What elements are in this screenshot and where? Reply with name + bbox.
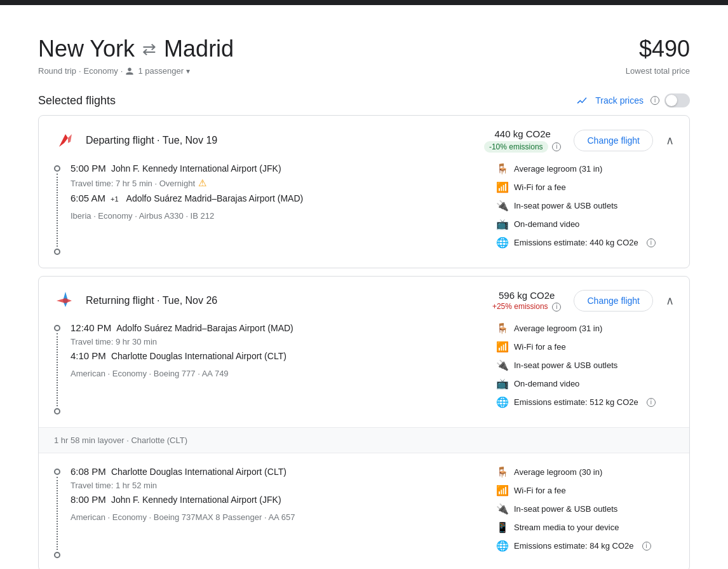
returning-flight-segment-1: Returning flight · Tue, Nov 26 596 kg CO…	[39, 277, 689, 427]
leg1-power-icon: 🔌	[496, 359, 508, 371]
leg1-amenity-emissions-info-icon[interactable]: i	[647, 398, 656, 407]
departing-title-group: Departing flight · Tue, Nov 19	[54, 129, 217, 152]
trip-type: Round trip	[38, 66, 76, 76]
leg2-amenity-stream-text: Stream media to your device	[514, 523, 619, 532]
departing-flight-card: Departing flight · Tue, Nov 19 440 kg CO…	[38, 115, 690, 268]
leg2-amenity-stream: 📱 Stream media to your device	[496, 521, 674, 533]
leg2-arrival-airport: John F. Kennedy International Airport (J…	[111, 495, 281, 505]
track-prices-toggle[interactable]	[664, 93, 690, 107]
arrival-time-row: 6:05 AM+1 Adolfo Suárez Madrid–Barajas A…	[71, 193, 496, 203]
returning-leg1-timeline	[54, 322, 71, 415]
departure-airport: John F. Kennedy International Airport (J…	[111, 163, 281, 174]
amenity-emissions-text: Emissions estimate: 440 kg CO2e	[514, 238, 638, 247]
returning-leg2-timeline	[54, 466, 71, 558]
returning-segment-header: Returning flight · Tue, Nov 26 596 kg CO…	[54, 289, 674, 312]
timeline-line	[57, 174, 58, 247]
departing-change-flight-button[interactable]: Change flight	[574, 130, 653, 151]
leg1-arrival-airport: Charlotte Douglas International Airport …	[111, 351, 286, 361]
returning-emissions-pct: +25% emissions	[492, 302, 548, 311]
amenity-emissions: 🌐 Emissions estimate: 440 kg CO2e i	[496, 237, 674, 249]
returning-change-flight-button[interactable]: Change flight	[574, 290, 653, 312]
departing-flight-info: 5:00 PM John F. Kennedy International Ai…	[71, 163, 496, 255]
amenity-video: 📺 On-demand video	[496, 218, 674, 230]
route-info: New York ⇄ Madrid Round trip · Economy ·…	[38, 36, 234, 76]
leg2-amenity-wifi: 📶 Wi-Fi for a fee	[496, 484, 674, 497]
arrival-time: 6:05 AM	[71, 193, 105, 203]
returning-emissions-kg: 596 kg CO2e	[492, 290, 562, 301]
amenity-legroom: 🪑 Average legroom (31 in)	[496, 163, 674, 175]
returning-emissions-info-icon[interactable]: i	[552, 303, 561, 312]
iberia-logo	[54, 129, 77, 152]
returning-collapse-chevron-icon[interactable]: ∧	[666, 294, 674, 308]
departing-segment-header: Departing flight · Tue, Nov 19 440 kg CO…	[54, 128, 674, 153]
amenity-wifi-text: Wi-Fi for a fee	[514, 182, 566, 192]
emissions-info-icon[interactable]: i	[552, 142, 561, 151]
leg1-amenity-video-text: On-demand video	[514, 379, 579, 388]
returning-leg2-info: 6:08 PM Charlotte Douglas International …	[71, 466, 496, 558]
leg2-power-icon: 🔌	[496, 503, 508, 515]
leg2-amenity-power-text: In-seat power & USB outlets	[514, 504, 617, 514]
returning-flight-label: Returning flight · Tue, Nov 26	[86, 295, 217, 306]
globe-icon: 🌐	[496, 237, 508, 249]
amenity-power: 🔌 In-seat power & USB outlets	[496, 200, 674, 212]
leg1-arrival-dot	[54, 408, 60, 415]
leg2-seat-icon: 🪑	[496, 466, 508, 478]
leg2-amenity-emissions: 🌐 Emissions estimate: 84 kg CO2e i	[496, 540, 674, 552]
departing-amenities: 🪑 Average legroom (31 in) 📶 Wi-Fi for a …	[496, 163, 674, 255]
destination-city: Madrid	[164, 36, 234, 62]
video-icon: 📺	[496, 218, 508, 230]
amenity-emissions-info-icon[interactable]: i	[647, 238, 656, 247]
leg1-arrival-time-row: 4:10 PM Charlotte Douglas International …	[71, 350, 496, 361]
passengers-info[interactable]: 1 passenger ▾	[125, 66, 190, 76]
passengers-count: 1 passenger	[138, 66, 184, 76]
departing-emissions-kg: 440 kg CO2e	[484, 128, 562, 139]
leg2-amenity-emissions-info-icon[interactable]: i	[642, 542, 651, 551]
leg1-flight-meta: American · Economy · Boeing 777 · AA 749	[71, 369, 496, 378]
person-icon	[125, 67, 134, 76]
leg1-amenity-video: 📺 On-demand video	[496, 378, 674, 390]
leg1-seat-icon: 🪑	[496, 322, 508, 334]
route-arrow: ⇄	[142, 39, 156, 59]
leg2-timeline-line	[57, 477, 58, 550]
leg1-globe-icon: 🌐	[496, 396, 508, 408]
departing-flight-details: 5:00 PM John F. Kennedy International Ai…	[54, 163, 674, 255]
origin-city: New York	[38, 36, 135, 62]
trip-meta: Round trip · Economy · 1 passenger ▾	[38, 66, 234, 76]
leg1-amenity-wifi-text: Wi-Fi for a fee	[514, 342, 566, 352]
price-info: $490 Lowest total price	[626, 36, 690, 76]
amenity-legroom-text: Average legroom (31 in)	[514, 164, 602, 174]
warning-icon: ⚠	[198, 177, 206, 189]
leg2-amenity-wifi-text: Wi-Fi for a fee	[514, 486, 566, 495]
returning-leg2-amenities: 🪑 Average legroom (30 in) 📶 Wi-Fi for a …	[496, 466, 674, 558]
departing-collapse-chevron-icon[interactable]: ∧	[666, 134, 674, 147]
returning-emissions: 596 kg CO2e +25% emissions i	[492, 290, 562, 311]
leg2-departure-airport: Charlotte Douglas International Airport …	[111, 467, 286, 477]
track-prices-info-icon[interactable]: i	[650, 96, 659, 105]
leg1-departure-time: 12:40 PM	[71, 322, 111, 333]
leg2-stream-icon: 📱	[496, 521, 508, 533]
dropdown-chevron-icon[interactable]: ▾	[186, 67, 190, 76]
leg2-departure-time-row: 6:08 PM Charlotte Douglas International …	[71, 466, 496, 477]
track-prices-label: Track prices	[595, 95, 644, 106]
leg2-arrival-dot	[54, 552, 60, 558]
leg2-arrival-time-row: 8:00 PM John F. Kennedy International Ai…	[71, 494, 496, 505]
leg1-amenity-power-text: In-seat power & USB outlets	[514, 360, 617, 370]
departing-emissions-pct: -10% emissions	[484, 141, 548, 153]
leg1-amenity-power: 🔌 In-seat power & USB outlets	[496, 359, 674, 371]
track-prices-control[interactable]: Track prices i	[576, 93, 690, 107]
leg2-arrival-time: 8:00 PM	[71, 494, 106, 505]
leg1-arrival-time: 4:10 PM	[71, 350, 106, 361]
leg2-travel-time: Travel time: 1 hr 52 min	[71, 481, 496, 490]
returning-flight-segment-2: 6:08 PM Charlotte Douglas International …	[39, 453, 689, 569]
cabin-class: Economy	[84, 66, 118, 76]
seat-icon: 🪑	[496, 163, 508, 175]
leg2-flight-meta: American · Economy · Boeing 737MAX 8 Pas…	[71, 512, 496, 522]
layover-text: 1 hr 58 min layover · Charlotte (CLT)	[54, 435, 187, 445]
power-icon: 🔌	[496, 200, 508, 212]
returning-leg1-info: 12:40 PM Adolfo Suárez Madrid–Barajas Ai…	[71, 322, 496, 415]
trend-icon	[576, 95, 588, 106]
arrival-airport: Adolfo Suárez Madrid–Barajas Airport (MA…	[126, 193, 304, 203]
amenity-power-text: In-seat power & USB outlets	[514, 201, 617, 210]
leg1-departure-airport: Adolfo Suárez Madrid–Barajas Airport (MA…	[116, 323, 293, 333]
returning-leg1-amenities: 🪑 Average legroom (31 in) 📶 Wi-Fi for a …	[496, 322, 674, 415]
